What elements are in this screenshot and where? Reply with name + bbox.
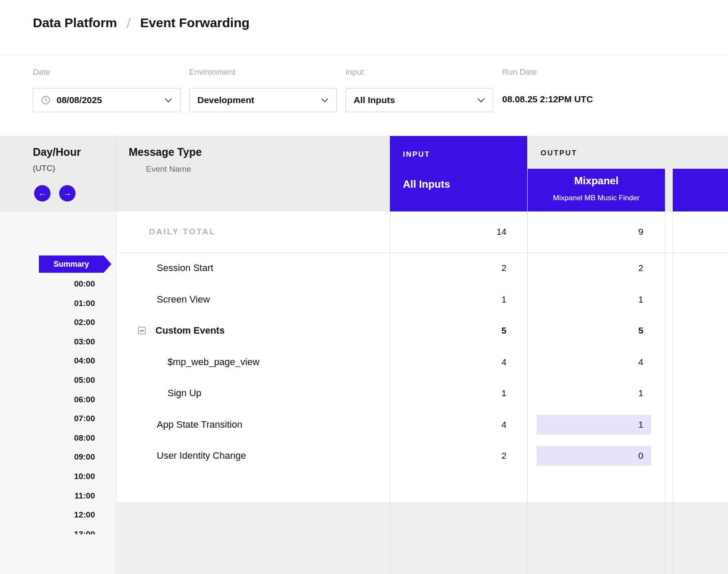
previous-day-button[interactable]: ← (34, 185, 51, 202)
chevron-down-icon (165, 98, 172, 103)
input-count-cell: 1 (390, 290, 506, 309)
daily-total-label: DAILY TOTAL (149, 227, 216, 237)
event-row-label: App State Transition (157, 419, 242, 430)
table-row: App State Transition 4 1 (116, 409, 728, 441)
chevron-down-icon (321, 98, 329, 103)
event-row-label: Session Start (157, 262, 213, 274)
table-row-custom-events: Custom Events 5 5 (116, 315, 728, 347)
output-count-cell-highlighted: 0 (537, 446, 651, 466)
environment-value: Development (197, 95, 254, 105)
grid-header: Day/Hour (UTC) ← → Message Type Event Na… (0, 136, 728, 211)
event-rows: Session Start 2 2 Screen View 1 1 Custom… (116, 252, 728, 472)
table-row: Sign Up 1 1 (116, 378, 728, 409)
grid-bottom-band (116, 502, 728, 574)
hour-label[interactable]: 03:00 (0, 332, 95, 352)
input-count-cell: 4 (390, 352, 506, 372)
arrow-right-icon: → (63, 189, 72, 198)
hour-label[interactable]: 08:00 (0, 429, 95, 448)
hour-label[interactable]: 12:00 (0, 505, 95, 525)
page-title: Event Forwarding (140, 16, 250, 30)
environment-filter-label: Environment (189, 67, 235, 77)
table-row: Screen View 1 1 (116, 284, 728, 315)
day-hour-title: Day/Hour (33, 146, 81, 158)
hour-label[interactable]: 00:00 (0, 274, 95, 294)
event-name-subtitle: Event Name (146, 164, 191, 174)
hour-label[interactable]: 13:00 (0, 525, 95, 534)
date-filter-label: Date (33, 67, 50, 77)
run-date-label: Run Date (502, 67, 537, 77)
input-count-cell: 1 (390, 383, 506, 403)
output-count-cell: 1 (537, 383, 651, 403)
breadcrumb: Data Platform / Event Forwarding (33, 16, 250, 30)
hour-label[interactable]: 07:00 (0, 409, 95, 429)
hour-label[interactable]: 05:00 (0, 371, 95, 390)
collapse-icon[interactable] (138, 327, 146, 334)
hour-label[interactable]: 09:00 (0, 448, 95, 467)
table-row: $mp_web_page_view 4 4 (116, 347, 728, 378)
event-row-label: Custom Events (155, 325, 225, 336)
input-filter-label: Input (345, 67, 364, 77)
hour-list: 00:00 01:00 02:00 03:00 04:00 05:00 06:0… (0, 274, 95, 534)
daily-total-row: DAILY TOTAL 14 9 (116, 211, 728, 252)
filter-bar: Date 08/08/2025 Environment Development … (0, 56, 728, 136)
output-header-label: OUTPUT (541, 149, 577, 158)
message-type-title: Message Type (129, 146, 202, 158)
input-dropdown[interactable]: All Inputs (345, 88, 493, 112)
daily-total-input-value: 14 (390, 222, 506, 242)
summary-selector[interactable]: Summary (39, 255, 104, 273)
next-day-button[interactable]: → (59, 185, 76, 202)
event-row-label: Sign Up (168, 388, 201, 399)
output-count-cell: 4 (537, 352, 651, 372)
day-hour-subtitle: (UTC) (33, 164, 55, 173)
input-count-cell: 2 (390, 446, 506, 466)
input-value: All Inputs (354, 95, 395, 105)
input-selection-label: All Inputs (403, 178, 450, 190)
date-dropdown[interactable]: 08/08/2025 (33, 88, 180, 112)
input-count-cell: 2 (390, 258, 506, 278)
output-name: Mixpanel (528, 175, 665, 187)
output-column-header-mixpanel[interactable]: Mixpanel Mixpanel MB Music Finder (528, 169, 665, 211)
input-count-cell: 4 (390, 415, 506, 435)
input-count-cell: 5 (390, 321, 506, 341)
breadcrumb-section[interactable]: Data Platform (33, 16, 117, 30)
clock-icon (41, 95, 51, 105)
daily-total-output-value: 9 (537, 222, 651, 242)
hour-label[interactable]: 01:00 (0, 294, 95, 313)
hour-label[interactable]: 10:00 (0, 467, 95, 486)
date-value: 08/08/2025 (57, 95, 102, 105)
input-header-label: INPUT (403, 150, 430, 159)
hour-label[interactable]: 06:00 (0, 390, 95, 410)
event-row-label: Screen View (157, 294, 210, 305)
table-row: User Identity Change 2 0 (116, 440, 728, 472)
breadcrumb-separator: / (127, 16, 130, 30)
event-row-label: $mp_web_page_view (168, 356, 260, 368)
environment-dropdown[interactable]: Development (189, 88, 337, 112)
output-count-cell-highlighted: 1 (537, 415, 651, 435)
output-subtitle: Mixpanel MB Music Finder (528, 194, 665, 202)
arrow-left-icon: ← (38, 189, 47, 198)
event-row-label: User Identity Change (157, 450, 246, 461)
input-column-header[interactable]: INPUT All Inputs (390, 136, 527, 211)
output-column-header-partial[interactable] (673, 169, 728, 211)
run-date-value: 08.08.25 2:12PM UTC (502, 94, 593, 104)
hour-label[interactable]: 02:00 (0, 313, 95, 332)
hour-label[interactable]: 11:00 (0, 486, 95, 506)
event-forwarding-page: Data Platform / Event Forwarding Date 08… (0, 0, 728, 574)
output-count-cell: 1 (537, 290, 651, 309)
top-bar: Data Platform / Event Forwarding (0, 0, 728, 55)
output-count-cell: 5 (537, 321, 651, 341)
chevron-down-icon (477, 98, 485, 103)
table-row: Session Start 2 2 (116, 252, 728, 284)
hour-label[interactable]: 04:00 (0, 351, 95, 371)
output-count-cell: 2 (537, 258, 651, 278)
